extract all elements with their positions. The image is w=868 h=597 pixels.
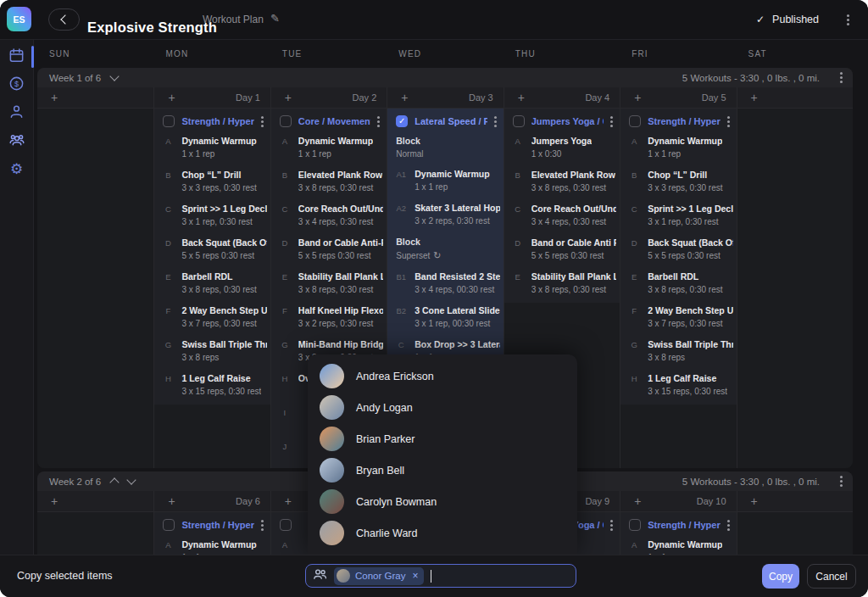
workout-menu-icon[interactable] xyxy=(727,120,730,123)
exercise-detail: 3 x 1 rep, 0:30 rest xyxy=(648,217,732,227)
workout-card[interactable]: Strength / Hypertro...ADynamic Warmup1 x… xyxy=(154,109,270,405)
sidebar-item-calendar[interactable] xyxy=(5,46,29,68)
sidebar-item-groups[interactable] xyxy=(5,130,29,152)
athlete-option[interactable]: Carolyn Bowman xyxy=(308,486,577,517)
workout-menu-icon[interactable] xyxy=(727,524,730,527)
exercise-row[interactable]: A1Dynamic Warmup1 x 1 rep xyxy=(387,166,503,200)
exercise-row[interactable]: EBarbell RDL3 x 8 reps, 0:30 rest xyxy=(620,269,736,303)
workout-card[interactable]: Strength / Hypertro...ADynamic Warmup1 x… xyxy=(620,109,736,405)
exercise-row[interactable]: ADynamic Warmup1 x 1 rep xyxy=(154,537,270,555)
workout-title[interactable]: Core / Movement Q... xyxy=(298,116,370,126)
exercise-row[interactable]: BChop “L” Drill3 x 3 reps, 0:30 rest xyxy=(154,167,270,201)
exercise-row[interactable]: ADynamic Warmup1 x 1 rep xyxy=(271,133,387,167)
exercise-row[interactable]: CCore Reach Out/Under3 x 4 reps, 0:30 re… xyxy=(504,201,620,235)
workout-checkbox[interactable]: ✓ xyxy=(396,115,408,127)
add-workout-icon[interactable]: + xyxy=(168,495,175,507)
header-menu-icon[interactable] xyxy=(847,19,849,21)
selected-athlete-chip[interactable]: Conor Gray × xyxy=(334,567,424,585)
exercise-row[interactable]: DBack Squat (Back Off Set)5 x 5 reps 0:3… xyxy=(620,235,736,269)
add-workout-icon[interactable]: + xyxy=(751,495,758,507)
exercise-row[interactable]: H1 Leg Calf Raise3 x 15 reps, 0:30 rest xyxy=(154,371,270,405)
workout-checkbox[interactable] xyxy=(629,519,641,531)
copy-button[interactable]: Copy xyxy=(762,564,799,589)
exercise-row[interactable]: DBack Squat (Back Off Set)5 x 5 reps 0:3… xyxy=(154,235,270,269)
exercise-row[interactable]: EStability Ball Plank Linear ...3 x 8 re… xyxy=(504,269,620,303)
workout-card[interactable]: Jumpers Yoga / CoreAJumpers Yoga1 x 0:30… xyxy=(504,109,620,303)
workout-checkbox[interactable] xyxy=(280,519,292,531)
exercise-row[interactable]: ADynamic Warmup1 x 1 rep xyxy=(154,133,270,167)
chip-remove-icon[interactable]: × xyxy=(412,571,418,581)
athlete-option[interactable]: Andrea Erickson xyxy=(308,360,577,392)
workout-title[interactable]: Lateral Speed / Plyo xyxy=(415,116,487,126)
sidebar-item-settings[interactable]: ⚙ xyxy=(5,158,29,180)
workout-menu-icon[interactable] xyxy=(377,120,380,123)
exercise-row[interactable]: BElevated Plank Row3 x 8 reps, 0:30 rest xyxy=(271,167,387,201)
athlete-option[interactable]: Brian Parker xyxy=(308,423,577,455)
workout-card[interactable]: Strength / Hypertro...ADynamic Warmup1 x… xyxy=(154,512,270,555)
week-expand-icon[interactable] xyxy=(126,475,136,484)
week-label: Week 1 of 6 xyxy=(49,73,101,83)
exercise-row[interactable]: AJumpers Yoga1 x 0:30 xyxy=(504,133,620,167)
add-workout-icon[interactable]: + xyxy=(51,92,58,103)
workout-checkbox[interactable] xyxy=(163,115,175,127)
add-workout-icon[interactable]: + xyxy=(168,92,175,103)
exercise-row[interactable]: B23 Cone Lateral Slide3 x 1 rep, 00:30 r… xyxy=(387,303,503,337)
edit-title-icon[interactable]: ✎ xyxy=(270,12,280,25)
exercise-row[interactable]: H1 Leg Calf Raise3 x 15 reps, 0:30 rest xyxy=(620,371,736,405)
athlete-option[interactable]: Andy Logan xyxy=(308,392,577,423)
add-workout-icon[interactable]: + xyxy=(401,92,408,103)
add-workout-icon[interactable]: + xyxy=(634,495,641,507)
workout-card[interactable]: Strength / Hypertro...ADynamic Warmup1 x… xyxy=(620,512,736,555)
exercise-row[interactable]: GSwiss Ball Triple Threat3 x 8 reps xyxy=(154,337,270,371)
exercise-row[interactable]: F2 Way Bench Step Up3 x 7 reps, 0:30 res… xyxy=(154,303,270,337)
athlete-assign-input[interactable]: Conor Gray × xyxy=(305,564,576,588)
week-collapse-icon[interactable] xyxy=(109,477,119,487)
exercise-row[interactable]: CCore Reach Out/Under3 x 4 reps, 0:30 re… xyxy=(271,201,387,235)
workout-checkbox[interactable] xyxy=(163,519,175,531)
athlete-option[interactable]: Charlie Ward xyxy=(308,517,577,549)
exercise-row[interactable]: EStability Ball Plank Linear ...3 x 8 re… xyxy=(271,269,387,303)
exercise-row[interactable]: B1Band Resisted 2 Step Late...3 x 4 reps… xyxy=(387,269,503,303)
workout-title[interactable]: Strength / Hypertro... xyxy=(181,520,253,530)
exercise-row[interactable]: DBand or Cable Anti Rotati...5 x 5 reps … xyxy=(504,235,620,269)
exercise-row[interactable]: F2 Way Bench Step Up3 x 7 reps, 0:30 res… xyxy=(620,303,736,337)
add-workout-icon[interactable]: + xyxy=(518,92,525,103)
workout-menu-icon[interactable] xyxy=(494,120,497,123)
workout-menu-icon[interactable] xyxy=(610,524,613,527)
workout-checkbox[interactable] xyxy=(629,115,641,127)
exercise-row[interactable]: GSwiss Ball Triple Threat3 x 8 reps xyxy=(620,337,736,371)
workout-menu-icon[interactable] xyxy=(261,524,264,527)
add-workout-icon[interactable]: + xyxy=(51,495,58,507)
add-workout-icon[interactable]: + xyxy=(634,92,641,103)
workout-menu-icon[interactable] xyxy=(610,120,613,123)
workout-checkbox[interactable] xyxy=(280,115,292,127)
workout-title[interactable]: Strength / Hypertro... xyxy=(648,520,720,530)
exercise-row[interactable]: ADynamic Warmup1 x 1 rep xyxy=(620,537,736,555)
exercise-row[interactable]: A2Skater 3 Lateral Hops >> ...3 x 2 reps… xyxy=(387,200,503,234)
workout-title[interactable]: Strength / Hypertro... xyxy=(181,116,253,126)
back-button[interactable] xyxy=(48,8,80,31)
sidebar-item-clients[interactable] xyxy=(5,102,29,124)
workout-title[interactable]: Strength / Hypertro... xyxy=(648,116,720,126)
workout-menu-icon[interactable] xyxy=(261,120,264,123)
week-menu-icon[interactable] xyxy=(840,480,843,483)
add-workout-icon[interactable]: + xyxy=(285,495,292,507)
exercise-row[interactable]: FHalf Kneel Hip Flexor Rais...3 x 2 reps… xyxy=(271,303,387,337)
exercise-row[interactable]: BChop “L” Drill3 x 3 reps, 0:30 rest xyxy=(620,167,736,201)
week-menu-icon[interactable] xyxy=(840,76,843,79)
exercise-row[interactable]: CSprint >> 1 Leg Declarations3 x 1 rep, … xyxy=(154,201,270,235)
exercise-row[interactable]: CSprint >> 1 Leg Declarations3 x 1 rep, … xyxy=(620,201,736,235)
cancel-button[interactable]: Cancel xyxy=(807,564,856,589)
exercise-row[interactable]: BElevated Plank Row3 x 8 reps, 0:30 rest xyxy=(504,167,620,201)
published-status[interactable]: ✓ Published xyxy=(756,14,819,25)
athlete-option[interactable]: Bryan Bell xyxy=(308,455,577,486)
sidebar-item-billing[interactable]: $ xyxy=(5,74,29,96)
exercise-row[interactable]: ADynamic Warmup1 x 1 rep xyxy=(620,133,736,167)
exercise-row[interactable]: DBand or Cable Anti-Rotati...5 x 5 reps … xyxy=(271,235,387,269)
week-expand-icon[interactable] xyxy=(109,71,119,81)
exercise-row[interactable]: EBarbell RDL3 x 8 reps, 0:30 rest xyxy=(154,269,270,303)
workout-checkbox[interactable] xyxy=(513,115,525,127)
add-workout-icon[interactable]: + xyxy=(751,92,758,103)
workout-title[interactable]: Jumpers Yoga / Core xyxy=(531,116,604,126)
add-workout-icon[interactable]: + xyxy=(285,92,292,103)
